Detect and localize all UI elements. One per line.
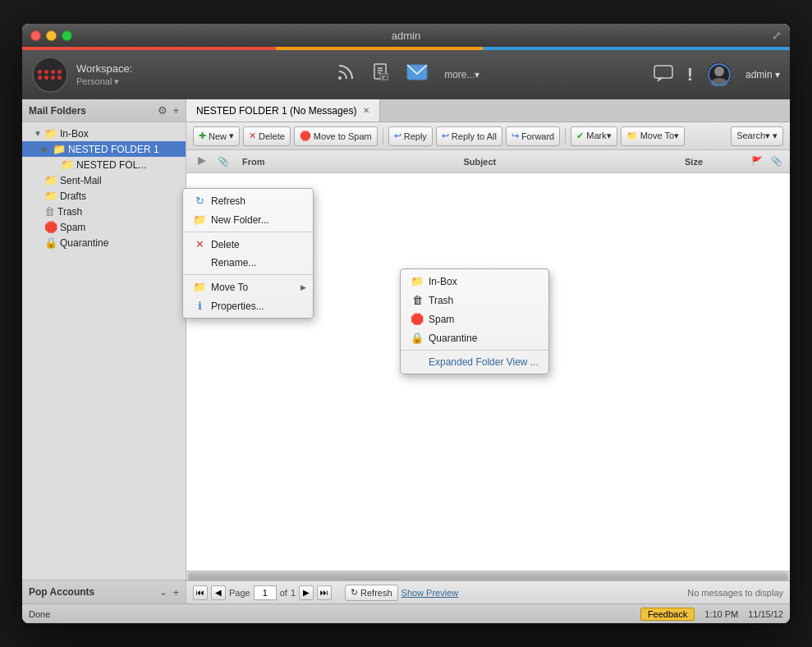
logo-dot (57, 70, 62, 74)
more-button[interactable]: more...▾ (444, 69, 479, 80)
top-toolbar: Workspace: Personal ▾ (22, 50, 790, 99)
col-attachment2[interactable]: 📎 (767, 156, 787, 167)
no-messages-label: No messages to display (687, 588, 783, 598)
ctx-refresh[interactable]: ↻ Refresh (183, 191, 313, 210)
reply-all-button[interactable]: ↩ Reply to All (436, 126, 502, 146)
first-page-button[interactable]: ⏮ (193, 585, 208, 600)
titlebar-buttons (30, 30, 72, 41)
col-from[interactable]: From (239, 157, 461, 167)
ctx-sub-spam[interactable]: 🛑 Spam (401, 310, 548, 328)
sidebar-item-nested1[interactable]: ▶ 📁 NESTED FOLDER 1 (22, 141, 186, 157)
titlebar: admin ⤢ (22, 24, 790, 47)
pop-add-icon[interactable]: + (172, 586, 179, 599)
ctx-delete-icon: ✕ (193, 238, 206, 250)
nested2-label: NESTED FOL... (76, 159, 146, 171)
workspace-name[interactable]: Personal ▾ (76, 76, 119, 86)
quarantine-label: Quarantine (60, 237, 108, 249)
alert-icon[interactable]: ! (687, 64, 693, 85)
new-button[interactable]: ✚ New ▾ (193, 126, 240, 146)
workspace-label: Workspace: Personal ▾ (76, 62, 132, 87)
ctx-sub-trash[interactable]: 🗑 Trash (401, 291, 548, 310)
sidebar-item-sentmail[interactable]: 📁 Sent-Mail (22, 172, 186, 188)
gear-icon[interactable]: ⚙ (158, 104, 167, 117)
sidebar-item-quarantine[interactable]: 🔒 Quarantine (22, 235, 186, 250)
user-menu-button[interactable]: admin ▾ (745, 69, 780, 80)
ctx-move-to[interactable]: 📁 Move To (183, 278, 313, 296)
move-to-spam-label: Move to Spam (314, 131, 372, 141)
mark-button[interactable]: ✔ Mark▾ (571, 126, 617, 146)
ctx-divider2 (183, 274, 313, 275)
refresh-button[interactable]: ↻ Refresh (345, 585, 398, 601)
ctx-new-folder-label: New Folder... (211, 214, 269, 226)
show-preview-link[interactable]: Show Preview (401, 588, 459, 598)
sidebar-item-inbox[interactable]: ▼ 📁 In-Box (22, 126, 186, 141)
col-subject[interactable]: Subject (461, 157, 682, 167)
logo-dot (51, 76, 55, 80)
refresh-icon: ↻ (351, 587, 358, 598)
feedback-button[interactable]: Feedback (640, 608, 695, 621)
tab-nested1[interactable]: NESTED FOLDER 1 (No Messages) ✕ (186, 99, 380, 122)
add-icon[interactable]: + (172, 104, 179, 117)
close-button[interactable] (30, 30, 41, 41)
quarantine-folder-icon: 🔒 (44, 236, 57, 249)
logo-dot (38, 70, 42, 74)
ctx-info-icon: ℹ (193, 300, 206, 312)
col-attachment[interactable]: 📎 (214, 156, 239, 167)
document-icon[interactable] (372, 62, 390, 87)
inbox-folder-icon: 📁 (44, 127, 57, 140)
ctx-folder-icon: 📁 (193, 213, 206, 226)
tab-close-icon[interactable]: ✕ (363, 106, 369, 115)
delete-button[interactable]: ✕ Delete (243, 126, 291, 146)
table-header: 📎 From Subject Size 🚩 📎 (186, 150, 790, 173)
pop-title: Pop Accounts (29, 586, 94, 598)
scroll-area[interactable] (186, 571, 790, 580)
mail-icon[interactable] (406, 64, 428, 85)
drafts-label: Drafts (60, 190, 86, 202)
minimize-button[interactable] (46, 30, 57, 41)
maximize-button[interactable] (62, 30, 72, 41)
pop-collapse-icon[interactable]: ⌄ (159, 586, 167, 599)
sidebar-item-spam[interactable]: 🛑 Spam (22, 219, 186, 235)
col-flag[interactable] (190, 155, 214, 168)
ctx-new-folder[interactable]: 📁 New Folder... (183, 210, 313, 229)
ctx-properties[interactable]: ℹ Properties... (183, 296, 313, 315)
reply-all-icon: ↩ (442, 131, 449, 141)
chat-icon[interactable] (653, 64, 674, 86)
avatar (706, 62, 732, 88)
ctx-sub-quarantine[interactable]: 🔒 Quarantine (401, 328, 548, 347)
trash-label: Trash (57, 206, 82, 218)
nested2-folder-icon: 📁 (61, 158, 74, 171)
move-to-button[interactable]: 📁 Move To▾ (621, 126, 685, 146)
move-to-spam-button[interactable]: 🛑 Move to Spam (294, 126, 378, 146)
col-size[interactable]: Size (681, 157, 747, 167)
folder-tree: ▼ 📁 In-Box ▶ 📁 NESTED FOLDER 1 📁 NESTED … (22, 122, 186, 580)
rss-icon[interactable] (336, 62, 356, 87)
delete-label: Delete (259, 131, 285, 141)
reply-button[interactable]: ↩ Reply (388, 126, 433, 146)
page-input[interactable] (254, 585, 277, 600)
sidebar-header: Mail Folders ⚙ + (22, 99, 186, 122)
tab-bar: NESTED FOLDER 1 (No Messages) ✕ (186, 99, 790, 122)
sidebar-item-drafts[interactable]: 📁 Drafts (22, 188, 186, 204)
ctx-spam-icon: 🛑 (411, 313, 424, 325)
pop-icons: ⌄ + (159, 586, 179, 599)
svg-marker-13 (198, 157, 206, 165)
ctx-delete[interactable]: ✕ Delete (183, 235, 313, 254)
prev-page-button[interactable]: ◀ (211, 585, 226, 600)
ctx-rename[interactable]: Rename... (183, 254, 313, 272)
expand-arrow: ▼ (34, 129, 42, 138)
ctx-sub-inbox[interactable]: 📁 In-Box (401, 272, 548, 291)
scroll-thumb (188, 572, 788, 580)
col-flag2[interactable]: 🚩 (747, 156, 767, 167)
last-page-button[interactable]: ⏭ (317, 585, 332, 600)
search-button[interactable]: Search▾ ▾ (731, 126, 783, 146)
ctx-sub-expanded[interactable]: Expanded Folder View ... (401, 353, 548, 371)
reply-label: Reply (404, 131, 427, 141)
expand-icon[interactable]: ⤢ (772, 29, 782, 42)
toolbar-separator (383, 128, 383, 145)
sidebar-item-trash[interactable]: 🗑 Trash (22, 204, 186, 219)
forward-button[interactable]: ↪ Forward (506, 126, 560, 146)
logo-dot (57, 76, 62, 80)
next-page-button[interactable]: ▶ (299, 585, 314, 600)
sidebar-item-nested2[interactable]: 📁 NESTED FOL... (22, 157, 186, 172)
